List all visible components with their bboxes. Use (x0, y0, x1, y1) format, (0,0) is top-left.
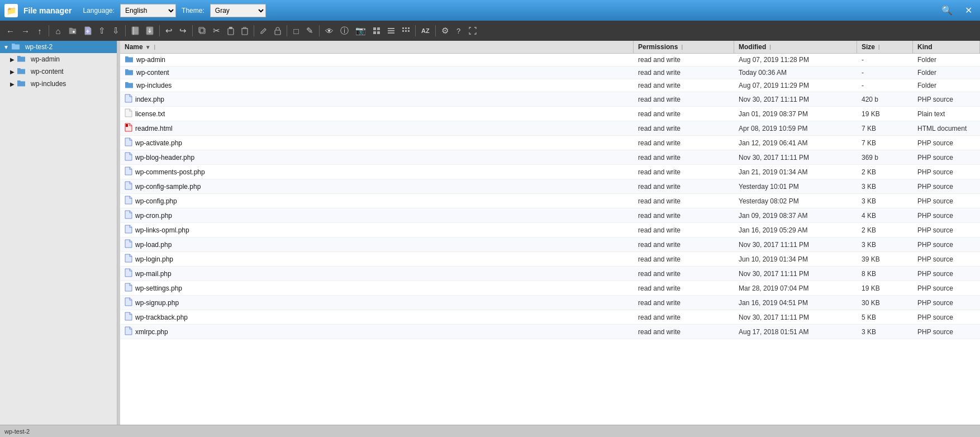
column-headers: Name ▼ | Permissions | Modified | Size |… (120, 41, 980, 54)
file-modified: Today 00:36 AM (734, 67, 857, 78)
file-modified: Nov 30, 2017 11:11 PM (734, 94, 857, 105)
statusbar: wp-test-2 (0, 425, 980, 437)
archive-button[interactable] (129, 23, 142, 38)
svg-rect-22 (126, 124, 128, 127)
file-modified: Nov 30, 2017 11:11 PM (734, 268, 857, 279)
search-icon[interactable]: 🔍 (938, 4, 956, 17)
back-button[interactable]: ← (3, 23, 17, 38)
table-row[interactable]: wp-mail.phpread and writeNov 30, 2017 11… (120, 267, 980, 281)
file-size: 7 KB (857, 137, 913, 149)
table-row[interactable]: wp-cron.phpread and writeJan 09, 2019 08… (120, 208, 980, 223)
svg-rect-10 (377, 27, 380, 30)
file-permissions: read and write (634, 152, 734, 163)
redo-button[interactable]: ↪ (177, 23, 189, 38)
table-row[interactable]: xmlrpc.phpread and writeAug 17, 2018 01:… (120, 325, 980, 339)
file-icon-php (125, 254, 132, 264)
table-row[interactable]: wp-settings.phpread and writeMar 28, 201… (120, 281, 980, 296)
file-modified: Yesterday 08:02 PM (734, 196, 857, 207)
file-name: wp-activate.php (135, 139, 182, 147)
delete-button[interactable] (239, 23, 251, 38)
table-row[interactable]: wp-links-opml.phpread and writeJan 16, 2… (120, 223, 980, 238)
table-row[interactable]: wp-trackback.phpread and writeNov 30, 20… (120, 310, 980, 325)
copy-button[interactable] (196, 23, 209, 38)
file-icon-php (125, 137, 132, 148)
table-row[interactable]: wp-load.phpread and writeNov 30, 2017 11… (120, 238, 980, 252)
svg-rect-12 (377, 31, 380, 34)
sidebar-item-wp-test-2[interactable]: ▼wp-test-2 (0, 41, 117, 53)
file-kind: PHP source (913, 181, 980, 192)
fullscreen-button[interactable] (466, 23, 479, 38)
file-icon-txt (125, 108, 132, 119)
svg-rect-21 (408, 30, 410, 32)
file-modified: Jan 09, 2019 08:37 AM (734, 210, 857, 221)
thumbnail-button[interactable]: 📷 (353, 23, 369, 38)
chmod-button[interactable] (272, 23, 284, 38)
table-row[interactable]: wp-comments-post.phpread and writeJan 21… (120, 165, 980, 179)
sidebar-item-wp-includes[interactable]: ▶wp-includes (0, 78, 117, 90)
table-row[interactable]: wp-includesread and writeAug 07, 2019 11… (120, 79, 980, 92)
sort-button[interactable]: AZ (418, 23, 432, 38)
sidebar-item-label: wp-content (31, 68, 64, 75)
table-row[interactable]: wp-activate.phpread and writeJan 12, 201… (120, 136, 980, 150)
paste-button[interactable] (224, 23, 237, 38)
table-row[interactable]: index.phpread and writeNov 30, 2017 11:1… (120, 92, 980, 107)
file-icon-php (125, 297, 132, 308)
undo-button[interactable]: ↩ (163, 23, 175, 38)
icons-view-button[interactable] (370, 23, 383, 38)
table-row[interactable]: readme.htmlread and writeApr 08, 2019 10… (120, 121, 980, 136)
col-header-size[interactable]: Size | (857, 41, 913, 53)
file-modified: Jan 16, 2019 04:51 PM (734, 297, 857, 308)
list-view-button[interactable] (384, 23, 398, 38)
svg-rect-5 (228, 28, 234, 35)
col-header-permissions[interactable]: Permissions | (634, 41, 734, 53)
file-name: index.php (135, 96, 164, 103)
table-row[interactable]: wp-blog-header.phpread and writeNov 30, … (120, 150, 980, 165)
folder-icon (17, 55, 26, 64)
file-modified: Nov 30, 2017 11:11 PM (734, 152, 857, 163)
extract-button[interactable] (143, 23, 156, 38)
view-button[interactable]: 👁 (322, 23, 336, 38)
table-row[interactable]: wp-contentread and writeToday 00:36 AM-F… (120, 66, 980, 79)
col-header-modified[interactable]: Modified | (734, 41, 857, 53)
table-row[interactable]: wp-config-sample.phpread and writeYester… (120, 179, 980, 194)
grid-view-button[interactable] (399, 23, 412, 38)
table-row[interactable]: wp-login.phpread and writeJun 10, 2019 0… (120, 252, 980, 267)
info-button[interactable]: ⓘ (337, 23, 351, 38)
file-icon-php (125, 196, 132, 206)
language-select[interactable]: EnglishFrenchGermanSpanish (120, 4, 176, 17)
home-button[interactable]: ⌂ (52, 23, 64, 38)
theme-select[interactable]: GrayDarkLight (210, 4, 266, 17)
table-row[interactable]: wp-config.phpread and writeYesterday 08:… (120, 194, 980, 208)
up-button[interactable]: ↑ (34, 23, 46, 38)
download-button[interactable]: ⇩ (110, 23, 122, 38)
cut-button[interactable]: ✂ (210, 23, 223, 38)
table-row[interactable]: wp-signup.phpread and writeJan 16, 2019 … (120, 296, 980, 310)
file-permissions: read and write (634, 254, 734, 265)
col-header-kind[interactable]: Kind (913, 41, 980, 53)
forward-button[interactable]: → (18, 23, 32, 38)
settings-button[interactable]: ⚙ (439, 23, 451, 38)
col-header-name[interactable]: Name ▼ | (120, 41, 634, 53)
new-file-button[interactable] (81, 23, 94, 38)
sidebar-item-wp-content[interactable]: ▶wp-content (0, 65, 117, 78)
file-name: wp-mail.php (135, 270, 172, 278)
table-row[interactable]: license.txtread and writeJan 01, 2019 08… (120, 107, 980, 121)
file-name: wp-config-sample.php (135, 183, 201, 191)
help-button[interactable]: ? (453, 23, 465, 38)
rename-button[interactable] (257, 23, 270, 38)
statusbar-text: wp-test-2 (4, 428, 30, 435)
new-folder-button[interactable] (65, 23, 80, 38)
close-icon[interactable]: ✕ (962, 4, 976, 17)
file-name: wp-blog-header.php (135, 154, 194, 162)
file-name: wp-login.php (135, 255, 173, 263)
file-size: 420 b (857, 94, 913, 105)
file-name: wp-settings.php (135, 284, 182, 292)
table-row[interactable]: wp-adminread and writeAug 07, 2019 11:28… (120, 54, 980, 66)
edit-button[interactable]: ✎ (303, 23, 316, 38)
upload-button[interactable]: ⇧ (96, 23, 108, 38)
duplicate-button[interactable]: □ (290, 23, 302, 38)
main-area: ▼wp-test-2▶wp-admin▶wp-content▶wp-includ… (0, 41, 980, 425)
file-size: 19 KB (857, 283, 913, 294)
sidebar-item-wp-admin[interactable]: ▶wp-admin (0, 53, 117, 65)
folder-icon (17, 67, 26, 76)
